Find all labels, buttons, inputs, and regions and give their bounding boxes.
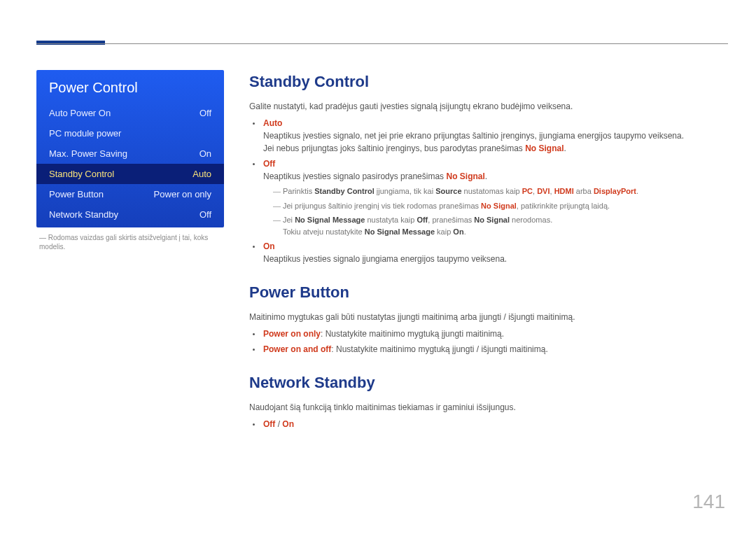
osd-row-network-standby[interactable]: Network Standby Off (36, 204, 224, 225)
bullet-off-on: Off / On (262, 418, 728, 430)
osd-row-label: Max. Power Saving (49, 148, 127, 159)
bullet-on: On Neaptikus įvesties signalo įjungiama … (262, 240, 728, 265)
header-rule (36, 43, 728, 44)
osd-row-power-button[interactable]: Power Button Power on only (36, 184, 224, 204)
heading-network-standby: Network Standby (249, 371, 728, 394)
standby-intro: Galite nustatyti, kad pradėjus gauti įve… (249, 100, 728, 113)
page-content: Power Control Auto Power On Off PC modul… (36, 70, 728, 446)
osd-row-label: PC module power (49, 128, 121, 139)
off-sub1: Parinktis Standby Control įjungiama, tik… (273, 185, 728, 197)
osd-row-max-power-saving[interactable]: Max. Power Saving On (36, 143, 224, 164)
off-subnotes: Parinktis Standby Control įjungiama, tik… (263, 185, 728, 237)
osd-row-label: Auto Power On (49, 108, 111, 118)
section-power-button: Power Button Maitinimo mygtukas gali būt… (249, 281, 728, 356)
osd-row-value: Auto (192, 169, 211, 179)
doc-column: Standby Control Galite nustatyti, kad pr… (249, 70, 728, 446)
osd-row-value: Off (200, 108, 211, 118)
osd-row-value: Off (200, 209, 211, 220)
heading-standby-control: Standby Control (249, 70, 728, 93)
on-desc1: Neaptikus įvesties signalo įjungiama ene… (263, 253, 728, 265)
section-network-standby: Network Standby Naudojant šią funkciją t… (249, 371, 728, 430)
osd-row-standby-control[interactable]: Standby Control Auto (36, 164, 224, 184)
off-sub3-line2: Tokiu atveju nustatykite No Signal Messa… (283, 226, 728, 238)
osd-row-auto-power-on[interactable]: Auto Power On Off (36, 103, 224, 123)
powerbutton-bullets: Power on only: Nustatykite maitinimo myg… (249, 328, 728, 356)
osd-menu-column: Power Control Auto Power On Off PC modul… (36, 70, 224, 446)
off-sub2: Jei prijungus šaltinio įrenginį vis tiek… (273, 200, 728, 212)
osd-row-label: Power Button (49, 189, 104, 199)
osd-menu-panel: Power Control Auto Power On Off PC modul… (36, 70, 224, 227)
off-sub3: Jei No Signal Message nustatyta kaip Off… (273, 214, 728, 237)
standby-bullets: Auto Neaptikus įvesties signalo, net jei… (249, 117, 728, 265)
network-intro: Naudojant šią funkciją tinklo maitinimas… (249, 401, 728, 414)
off-desc1: Neaptikus įvesties signalo pasirodys pra… (263, 170, 728, 183)
osd-row-pc-module-power[interactable]: PC module power (36, 123, 224, 143)
heading-power-button: Power Button (249, 281, 728, 304)
label-off: Off (263, 159, 275, 169)
powerbutton-intro: Maitinimo mygtukas gali būti nustatytas … (249, 311, 728, 323)
osd-row-value: Power on only (154, 189, 211, 199)
page-number: 141 (692, 491, 725, 513)
osd-row-label: Standby Control (49, 169, 114, 179)
osd-row-label: Network Standby (49, 209, 118, 220)
section-standby-control: Standby Control Galite nustatyti, kad pr… (249, 70, 728, 265)
bullet-power-on-and-off: Power on and off: Nustatykite maitinimo … (262, 343, 728, 356)
header-accent (36, 41, 105, 45)
osd-row-value: On (200, 148, 211, 159)
label-on: On (263, 241, 275, 251)
bullet-power-on-only: Power on only: Nustatykite maitinimo myg… (262, 328, 728, 340)
label-auto: Auto (263, 118, 282, 128)
osd-menu-title: Power Control (36, 70, 224, 103)
auto-desc2: Jei nebus prijungtas joks šaltinio įreng… (263, 142, 728, 155)
network-bullets: Off / On (249, 418, 728, 430)
bullet-off: Off Neaptikus įvesties signalo pasirodys… (262, 157, 728, 237)
bullet-auto: Auto Neaptikus įvesties signalo, net jei… (262, 117, 728, 155)
auto-desc1: Neaptikus įvesties signalo, net jei prie… (263, 129, 728, 142)
osd-menu-footnote: ― Rodomas vaizdas gali skirtis atsižvelg… (36, 227, 224, 251)
